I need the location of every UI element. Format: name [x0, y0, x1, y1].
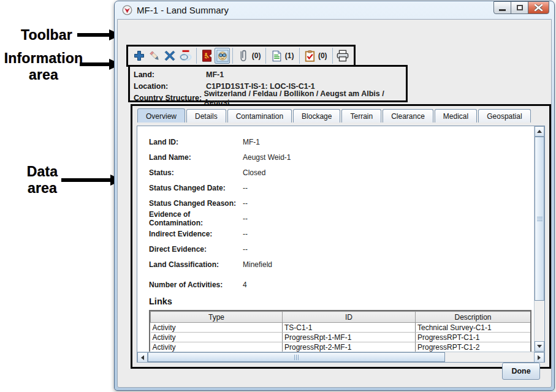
field-label: Land ID:: [149, 138, 243, 146]
tasks-count: (0): [318, 51, 327, 60]
info-label: Land:: [134, 70, 206, 79]
field-value: --: [243, 199, 248, 208]
vertical-scrollbar-thumb[interactable]: [535, 137, 544, 301]
deminer-button[interactable]: [199, 48, 215, 64]
field-status-changed-date: Status Changed Date: --: [149, 180, 534, 195]
table-row[interactable]: Activity TS-C1-1 Technical Survey-C1-1: [151, 323, 531, 333]
field-direct-evidence: Direct Evidence: --: [149, 241, 534, 257]
field-value: 4: [243, 281, 247, 289]
information-area: Land: MF-1 Location: C1P1D1S1T-IS-1: LOC…: [128, 65, 408, 102]
toolbar-separator: [332, 48, 333, 64]
delete-icon: [164, 50, 175, 61]
close-button[interactable]: [528, 1, 549, 14]
attachments-button[interactable]: [235, 48, 251, 64]
delete-button[interactable]: [162, 48, 178, 64]
scroll-down-button[interactable]: [535, 341, 544, 352]
tab-blockage[interactable]: Blockage: [293, 109, 340, 123]
titlebar[interactable]: MF-1 - Land Summary: [115, 1, 554, 19]
window-content: (0) (1) (0): [117, 19, 552, 388]
field-label: Status Changed Reason:: [149, 199, 243, 208]
tab-geospatial[interactable]: Geospatial: [478, 109, 530, 123]
attachments-count: (0): [252, 51, 261, 60]
documents-count: (1): [285, 51, 294, 60]
documents-button[interactable]: [268, 48, 284, 64]
minimize-icon: [499, 9, 506, 11]
tasks-button[interactable]: [302, 48, 318, 64]
imsma-logo-icon: [122, 5, 132, 15]
horizontal-scrollbar-thumb[interactable]: [148, 352, 445, 362]
cell-description: ProgressRPT-C1-1: [416, 333, 531, 342]
field-value: Closed: [243, 168, 265, 177]
field-land-id: Land ID: MF-1: [149, 134, 534, 149]
cell-description: Technical Survey-C1-1: [416, 323, 531, 333]
field-label: Number of Activities:: [149, 281, 243, 289]
info-label: Location:: [134, 82, 206, 91]
cell-type: Activity: [151, 323, 283, 333]
info-label: Country Structure:: [134, 94, 204, 102]
table-row[interactable]: Activity ProgressRpt-2-MF-1 ProgressRPT-…: [151, 342, 531, 352]
field-label: Evidence of Contamination:: [149, 210, 243, 227]
field-label: Land Name:: [149, 153, 243, 162]
field-label: Status Changed Date:: [149, 184, 243, 192]
field-value: --: [243, 214, 248, 223]
window-title: MF-1 - Land Summary: [137, 5, 229, 15]
view-summary-button[interactable]: [215, 48, 230, 64]
data-annotation-arrow-icon: [61, 175, 123, 186]
add-button[interactable]: [131, 48, 147, 64]
links-table: Type ID Description Activity TS-C1-1 Tec…: [150, 311, 531, 352]
field-land-classification: Land Classification: Minefield: [149, 257, 534, 272]
field-value: --: [243, 184, 248, 192]
maximize-icon: [517, 5, 523, 10]
paperclip-icon: [238, 49, 248, 62]
links-heading: Links: [149, 296, 534, 306]
maximize-button[interactable]: [511, 1, 528, 14]
vertical-scrollbar[interactable]: [534, 126, 544, 352]
add-icon: [133, 50, 145, 62]
tab-contamination[interactable]: Contamination: [227, 109, 292, 123]
arrow-up-icon: [537, 130, 542, 133]
field-value: --: [243, 245, 248, 254]
arrow-down-icon: [537, 345, 542, 348]
tab-overview[interactable]: Overview: [137, 108, 185, 123]
links-table-header-row: Type ID Description: [151, 312, 531, 323]
done-button[interactable]: Done: [502, 363, 540, 380]
unlink-button[interactable]: [178, 48, 193, 64]
edit-icon: [148, 50, 161, 62]
info-row-land: Land: MF-1: [134, 69, 406, 80]
print-icon: [336, 49, 349, 62]
table-row[interactable]: Activity ProgressRpt-1-MF-1 ProgressRPT-…: [151, 333, 531, 342]
field-value: Aeugst Weid-1: [243, 153, 291, 162]
cell-description: ProgressRPT-C1-2: [416, 342, 531, 352]
scroll-right-button[interactable]: [534, 352, 544, 363]
scroll-left-button[interactable]: [137, 352, 148, 363]
tab-details[interactable]: Details: [186, 109, 226, 123]
scroll-up-button[interactable]: [535, 126, 544, 137]
field-value: Minefield: [243, 260, 272, 269]
column-header-type[interactable]: Type: [151, 312, 283, 323]
annotation-information-area: Information area: [0, 50, 87, 83]
field-status: Status: Closed: [149, 165, 534, 180]
info-row-country-structure: Country Structure: Switzerland / Feldau …: [134, 92, 406, 104]
unlink-icon: [179, 49, 192, 62]
arrow-left-icon: [141, 355, 144, 360]
print-button[interactable]: [335, 48, 351, 64]
info-value: MF-1: [206, 70, 224, 79]
binoculars-face-icon: [216, 50, 229, 62]
edit-button[interactable]: [147, 48, 162, 64]
tab-clearance[interactable]: Clearance: [383, 109, 433, 123]
toolbar-separator: [196, 48, 197, 64]
deminer-icon: [200, 49, 213, 62]
close-icon: [535, 4, 543, 11]
annotation-toolbar: Toolbar: [17, 27, 76, 43]
column-header-description[interactable]: Description: [416, 312, 531, 323]
toolbar-separator: [232, 48, 233, 64]
horizontal-scrollbar[interactable]: [137, 352, 544, 362]
column-header-id[interactable]: ID: [283, 312, 416, 323]
toolbar-separator: [265, 48, 266, 64]
arrow-right-icon: [538, 355, 541, 360]
cell-id: TS-C1-1: [283, 323, 416, 333]
tab-medical[interactable]: Medical: [435, 109, 477, 123]
minimize-button[interactable]: [493, 1, 511, 14]
links-table-wrapper: Type ID Description Activity TS-C1-1 Tec…: [149, 310, 531, 352]
tab-terrain[interactable]: Terrain: [341, 109, 381, 123]
